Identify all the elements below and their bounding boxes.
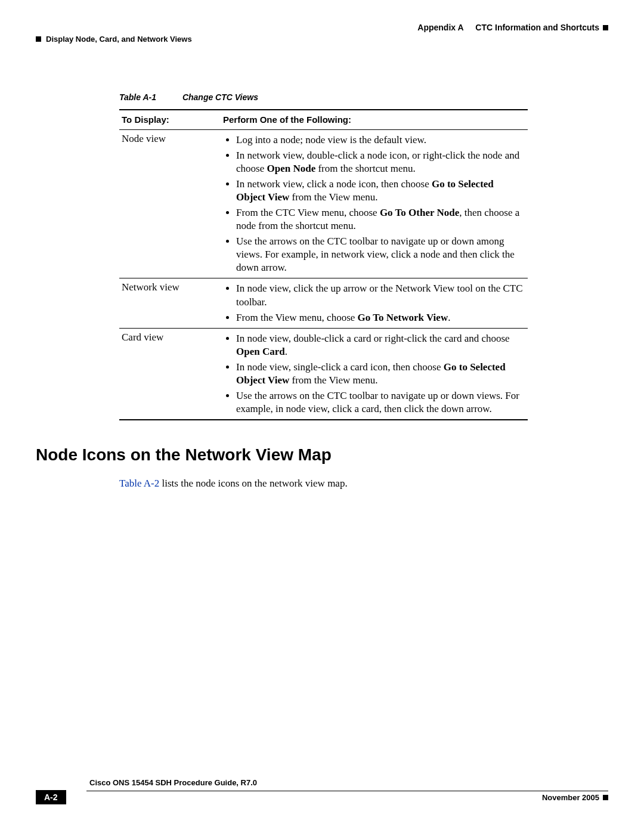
table-bullet: In node view, double-click a card or rig… bbox=[236, 331, 524, 360]
table-row-label: Card view bbox=[119, 328, 221, 420]
table-row-actions: Log into a node; node view is the defaul… bbox=[221, 129, 528, 278]
table-number: Table A-1 bbox=[119, 92, 156, 102]
page-footer: Cisco ONS 15454 SDH Procedure Guide, R7.… bbox=[36, 794, 608, 804]
table-row-label: Node view bbox=[119, 129, 221, 278]
appendix-label: Appendix A bbox=[417, 23, 463, 32]
page-number-badge: A-2 bbox=[36, 790, 66, 804]
table-bullet: In node view, single-click a card icon, … bbox=[236, 360, 524, 388]
section-path: Display Node, Card, and Network Views bbox=[46, 35, 192, 44]
page-header: Appendix A CTC Information and Shortcuts bbox=[36, 23, 608, 32]
table-bullet: Use the arrows on the CTC toolbar to nav… bbox=[236, 388, 524, 417]
ctc-views-table: To Display: Perform One of the Following… bbox=[119, 109, 528, 420]
table-row-actions: In node view, click the up arrow or the … bbox=[221, 278, 528, 328]
appendix-title: CTC Information and Shortcuts bbox=[475, 23, 599, 32]
table-bullet: From the CTC View menu, choose Go To Oth… bbox=[236, 205, 524, 234]
footer-date: November 2005 bbox=[542, 793, 599, 802]
table-caption: Table A-1 Change CTC Views bbox=[119, 92, 608, 102]
table-bullet: In network view, click a node icon, then… bbox=[236, 176, 524, 205]
table-bullet: From the View menu, choose Go To Network… bbox=[236, 310, 524, 326]
footer-doc-title: Cisco ONS 15454 SDH Procedure Guide, R7.… bbox=[89, 778, 608, 787]
table-bullet: Log into a node; node view is the defaul… bbox=[236, 132, 524, 148]
table-header-col1: To Display: bbox=[119, 110, 221, 129]
section-text-after: lists the node icons on the network view… bbox=[159, 478, 347, 489]
header-marker-icon bbox=[603, 25, 608, 30]
table-header-col2: Perform One of the Following: bbox=[221, 110, 528, 129]
table-title: Change CTC Views bbox=[182, 92, 258, 102]
table-bullet: In node view, click the up arrow or the … bbox=[236, 281, 524, 309]
table-a2-link[interactable]: Table A-2 bbox=[119, 478, 159, 489]
table-row-actions: In node view, double-click a card or rig… bbox=[221, 328, 528, 420]
table-row-label: Network view bbox=[119, 278, 221, 328]
footer-marker-icon bbox=[603, 795, 608, 800]
header-marker-icon bbox=[36, 36, 41, 42]
table-bullet: In network view, double-click a node ico… bbox=[236, 148, 524, 176]
section-heading: Node Icons on the Network View Map bbox=[36, 445, 608, 465]
table-bullet: Use the arrows on the CTC toolbar to nav… bbox=[236, 234, 524, 275]
section-text: Table A-2 lists the node icons on the ne… bbox=[119, 478, 608, 490]
